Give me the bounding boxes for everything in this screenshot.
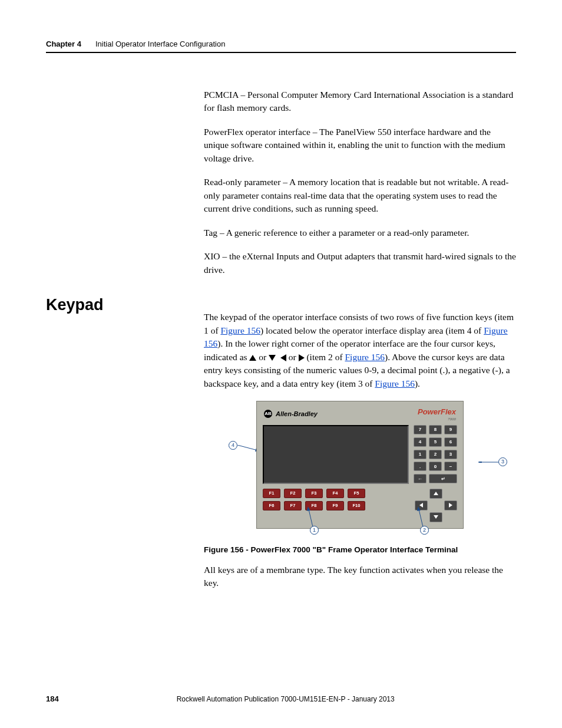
figure-caption: Figure 156 - PowerFlex 7000 "B" Frame Op… <box>204 545 516 554</box>
ab-icon: AB <box>264 410 272 418</box>
chapter-title: Initial Operator Interface Configuration <box>95 39 225 48</box>
down-arrow-icon <box>269 355 276 361</box>
cursor-up <box>429 489 442 499</box>
page-number: 184 <box>46 694 59 703</box>
key-minus: − <box>444 462 457 471</box>
right-column: PCMCIA – Personal Computer Memory Card I… <box>204 88 516 601</box>
left-arrow-icon <box>280 354 286 361</box>
key-f10: F10 <box>348 501 365 510</box>
text-fragment: ). <box>415 378 420 388</box>
chapter-label: Chapter 4 <box>46 39 81 48</box>
key-f2: F2 <box>284 489 302 498</box>
key-1: 1 <box>414 450 427 459</box>
key-enter: ↵ <box>429 474 457 483</box>
numeric-keypad: 7 8 9 4 5 6 1 2 3 . 0 − ← ↵ <box>414 425 457 484</box>
key-f4: F4 <box>326 489 344 498</box>
key-3: 3 <box>444 450 457 459</box>
cursor-down <box>429 512 442 522</box>
right-arrow-icon <box>299 354 305 361</box>
text-fragment: or <box>286 352 299 362</box>
key-f3: F3 <box>305 489 323 498</box>
brand-text: Allen-Bradley <box>276 410 318 417</box>
page-footer: 184 Rockwell Automation Publication 7000… <box>46 694 516 703</box>
bottom-key-row: F1 F2 F3 F4 F5 F6 F7 F8 F9 F10 <box>263 484 457 522</box>
function-keys: F1 F2 F3 F4 F5 F6 F7 F8 F9 F10 <box>263 484 404 510</box>
key-f9: F9 <box>326 501 344 510</box>
key-f1: F1 <box>263 489 280 498</box>
panel-header: AB Allen-Bradley PowerFlex 7000 <box>263 406 457 425</box>
callout-line <box>307 507 314 527</box>
callout-line <box>478 462 498 463</box>
key-f7: F7 <box>284 501 302 510</box>
page-header: Chapter 4 Initial Operator Interface Con… <box>46 39 516 53</box>
key-2: 2 <box>429 450 442 459</box>
key-backspace: ← <box>414 474 427 483</box>
key-8: 8 <box>429 425 442 434</box>
svg-marker-5 <box>307 507 310 511</box>
allen-bradley-logo: AB Allen-Bradley <box>264 410 318 418</box>
glossary-readonly: Read-only parameter – A memory location … <box>204 176 516 215</box>
key-6: 6 <box>444 437 457 447</box>
key-f5: F5 <box>348 489 365 498</box>
figure-link[interactable]: Figure 156 <box>375 378 415 388</box>
key-9: 9 <box>444 425 457 434</box>
figure-link[interactable]: Figure 156 <box>345 352 385 362</box>
down-arrow-icon <box>434 515 438 519</box>
panel-mid-row: 7 8 9 4 5 6 1 2 3 . 0 − ← ↵ <box>263 425 457 484</box>
svg-marker-3 <box>478 462 482 463</box>
callout-line <box>417 507 424 527</box>
callout-2: 2 <box>420 526 429 535</box>
product-text-flex: Flex <box>441 407 456 416</box>
glossary-powerflex: PowerFlex operator interface – The Panel… <box>204 126 516 165</box>
glossary-pcmcia: PCMCIA – Personal Computer Memory Card I… <box>204 88 516 115</box>
text-fragment: ) located below the operator interface d… <box>260 325 484 335</box>
key-f6: F6 <box>263 501 280 510</box>
publication-info: Rockwell Automation Publication 7000-UM1… <box>177 695 395 703</box>
operator-interface-panel: AB Allen-Bradley PowerFlex 7000 7 8 9 4 <box>256 401 464 529</box>
product-text: Power <box>418 407 441 416</box>
right-arrow-icon <box>449 503 452 508</box>
key-0: 0 <box>429 462 442 471</box>
section-heading-keypad: Keypad <box>46 296 204 314</box>
figure-156: 4 3 AB Allen-Bradley PowerFlex 7000 <box>204 401 516 529</box>
key-7: 7 <box>414 425 427 434</box>
content-area: Keypad PCMCIA – Personal Computer Memory… <box>46 88 516 601</box>
powerflex-logo: PowerFlex 7000 <box>418 406 456 421</box>
up-arrow-icon <box>249 355 256 361</box>
up-arrow-icon <box>434 492 438 495</box>
cursor-right <box>444 500 457 510</box>
figure-link[interactable]: Figure 156 <box>220 325 260 335</box>
closing-paragraph: All keys are of a membrane type. The key… <box>204 564 516 590</box>
key-dot: . <box>414 462 427 471</box>
text-fragment: (item 2 of <box>305 352 345 362</box>
glossary-tag: Tag – A generic reference to either a pa… <box>204 226 516 239</box>
svg-marker-7 <box>417 507 421 511</box>
text-fragment: or <box>256 352 269 362</box>
display-screen <box>263 425 409 484</box>
left-column: Keypad <box>46 88 204 601</box>
keypad-paragraph: The keypad of the operator interface con… <box>204 311 516 390</box>
product-sub: 7000 <box>418 417 456 421</box>
callout-3: 3 <box>498 457 507 466</box>
callout-4: 4 <box>229 441 237 450</box>
key-4: 4 <box>414 437 427 447</box>
callout-1: 1 <box>310 526 319 535</box>
glossary-xio: XIO – the eXternal Inputs and Output ada… <box>204 250 516 276</box>
key-5: 5 <box>429 437 442 447</box>
